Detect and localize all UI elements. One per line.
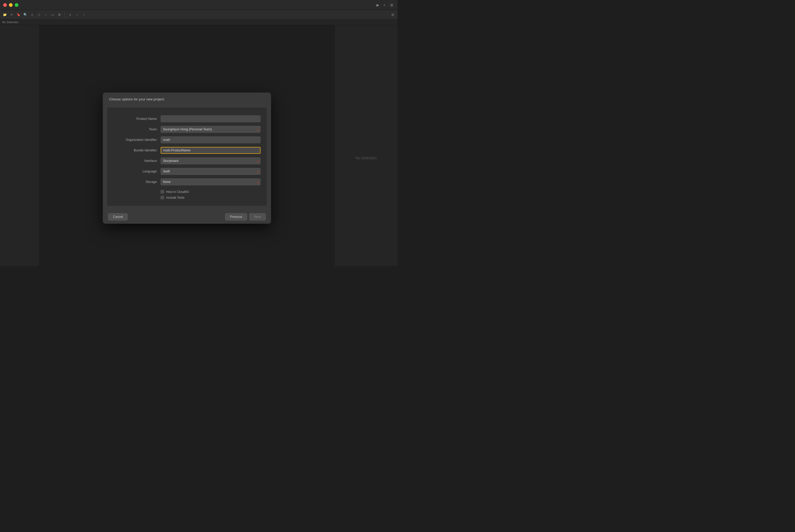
dialog-content-area: Product Name: Team: SeungHyun Hong (Pers…	[107, 108, 267, 206]
traffic-lights	[3, 3, 18, 7]
language-select[interactable]: Swift	[160, 168, 261, 175]
language-label: Language:	[113, 170, 160, 173]
bundle-identifier-label: Bundle Identifier:	[113, 149, 160, 152]
interface-select[interactable]: Storyboard	[160, 157, 261, 164]
nav-buttons: Previous Next	[225, 213, 266, 221]
storage-select-wrapper: None ⬥	[160, 178, 261, 185]
close-button[interactable]	[3, 3, 7, 7]
org-identifier-group: Organization Identifier:	[107, 136, 267, 143]
host-in-cloudkit-label: Host in CloudKit	[166, 190, 189, 194]
interface-select-wrapper: Storyboard ⬥	[160, 157, 261, 164]
close-tab-icon[interactable]: ✕	[9, 12, 14, 17]
sidebar	[0, 25, 39, 266]
diamond-icon[interactable]: ◇	[36, 12, 41, 17]
language-select-wrapper: Swift ⬥	[160, 168, 261, 175]
nav-list-icon[interactable]: ≡	[68, 12, 73, 17]
no-selection-bar: No Selection	[0, 19, 398, 25]
panels-icon[interactable]: ⊞	[390, 3, 394, 7]
editor-area: Choose options for your new project: Pro…	[39, 25, 335, 266]
product-name-group: Product Name:	[107, 115, 267, 122]
back-icon[interactable]: ‹	[74, 12, 80, 17]
folder-icon[interactable]: 📁	[2, 12, 7, 17]
language-value: Swift	[163, 170, 170, 173]
checkbox-group: Host in CloudKit Include Tests	[107, 189, 267, 201]
org-identifier-label: Organization Identifier:	[113, 138, 160, 142]
team-select-wrapper: SeungHyun Hong (Personal Team) ⬥	[160, 126, 261, 133]
grid-icon[interactable]: ⊞	[57, 12, 62, 17]
no-selection-label: No Selection	[2, 20, 18, 24]
interface-label: Interface:	[113, 159, 160, 163]
interface-group: Interface: Storyboard ⬥	[107, 157, 267, 164]
forward-icon[interactable]: ›	[81, 12, 87, 17]
host-in-cloudkit-item[interactable]: Host in CloudKit	[160, 190, 261, 194]
cancel-button[interactable]: Cancel	[108, 213, 128, 221]
warning-icon[interactable]: ⚠	[30, 12, 35, 17]
next-button[interactable]: Next	[249, 213, 266, 221]
team-group: Team: SeungHyun Hong (Personal Team) ⬥	[107, 126, 267, 133]
bundle-identifier-group: Bundle Identifier:	[107, 147, 267, 154]
dialog-title: Choose options for your new project:	[109, 97, 265, 101]
maximize-button[interactable]	[15, 3, 18, 7]
toolbar: 📁 ✕ 🔖 🔍 ⚠ ◇ ○ ▭ ⊞ ≡ ‹ › ⊞	[0, 10, 398, 19]
product-name-label: Product Name:	[113, 117, 160, 121]
new-project-dialog: Choose options for your new project: Pro…	[103, 93, 271, 224]
minimize-button[interactable]	[9, 3, 13, 7]
bundle-identifier-input[interactable]	[160, 147, 261, 154]
team-select[interactable]: SeungHyun Hong (Personal Team)	[160, 126, 261, 133]
storage-group: Storage: None ⬥	[107, 178, 267, 185]
dialog-footer: Cancel Previous Next	[103, 210, 271, 224]
previous-button[interactable]: Previous	[225, 213, 247, 221]
right-panel: No Selection	[335, 25, 398, 266]
host-in-cloudkit-checkbox[interactable]	[160, 190, 164, 193]
product-name-input[interactable]	[160, 115, 261, 122]
team-label: Team:	[113, 128, 160, 131]
search-icon[interactable]: 🔍	[23, 12, 28, 17]
include-tests-checkbox[interactable]	[160, 196, 164, 199]
storage-select[interactable]: None	[160, 178, 261, 185]
dialog-backdrop: Choose options for your new project: Pro…	[39, 25, 335, 266]
right-panel-no-selection: No Selection	[356, 156, 377, 160]
storage-label: Storage:	[113, 180, 160, 184]
titlebar: ▶ + ⊞	[0, 0, 398, 10]
inspector-icon[interactable]: ⊞	[390, 12, 395, 17]
include-tests-label: Include Tests	[166, 196, 185, 200]
org-identifier-input[interactable]	[160, 136, 261, 143]
dialog-header: Choose options for your new project:	[103, 93, 271, 108]
include-tests-item[interactable]: Include Tests	[160, 196, 261, 200]
storage-value: None	[163, 180, 171, 184]
interface-value: Storyboard	[163, 159, 178, 163]
main-layout: Choose options for your new project: Pro…	[0, 25, 398, 266]
rect-icon[interactable]: ▭	[50, 12, 55, 17]
team-value: SeungHyun Hong (Personal Team)	[163, 128, 212, 131]
add-icon[interactable]: +	[383, 3, 387, 7]
circle-icon[interactable]: ○	[43, 12, 49, 17]
bookmark-icon[interactable]: 🔖	[16, 12, 21, 17]
titlebar-right: ▶ + ⊞	[377, 3, 394, 7]
language-group: Language: Swift ⬥	[107, 168, 267, 175]
run-icon[interactable]: ▶	[377, 3, 381, 7]
